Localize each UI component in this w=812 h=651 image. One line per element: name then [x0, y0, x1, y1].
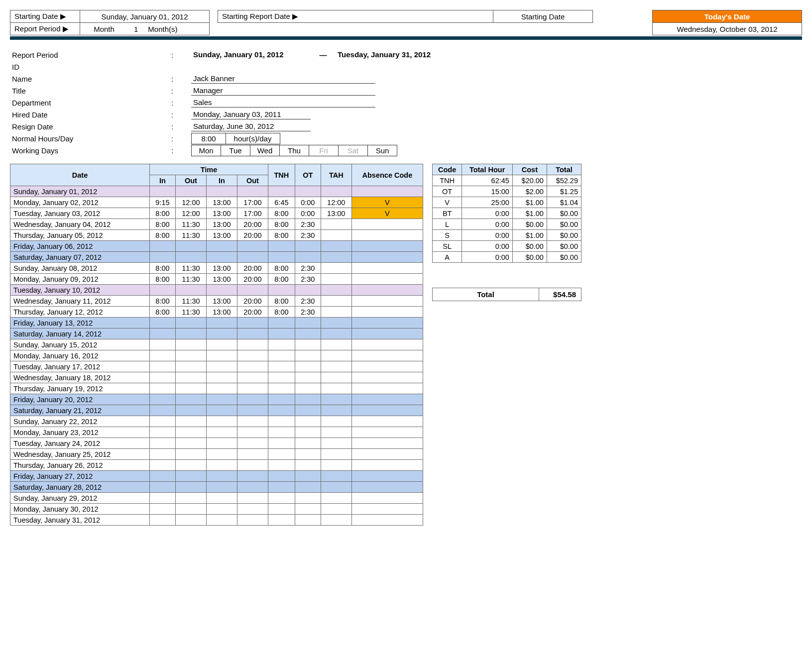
out2-cell[interactable]: 20:00: [237, 219, 268, 230]
date-cell[interactable]: Sunday, January 29, 2012: [10, 493, 150, 504]
tah-cell[interactable]: [321, 427, 351, 438]
date-cell[interactable]: Wednesday, January 04, 2012: [10, 219, 150, 230]
date-cell[interactable]: Sunday, January 22, 2012: [10, 416, 150, 427]
date-cell[interactable]: Saturday, January 28, 2012: [10, 482, 150, 493]
in2-cell[interactable]: [206, 515, 237, 526]
in2-cell[interactable]: [206, 241, 237, 252]
out1-cell[interactable]: 11:30: [175, 296, 206, 307]
tnh-cell[interactable]: 8:00: [268, 230, 295, 241]
out2-cell[interactable]: 20:00: [237, 296, 268, 307]
ot-cell[interactable]: [295, 471, 321, 482]
starting-report-value[interactable]: Starting Date: [493, 10, 593, 23]
in1-cell[interactable]: 8:00: [150, 263, 176, 274]
ot-cell[interactable]: [295, 186, 321, 197]
in2-cell[interactable]: [206, 493, 237, 504]
day-mon[interactable]: Mon: [191, 145, 221, 156]
tnh-cell[interactable]: 8:00: [268, 296, 295, 307]
out1-cell[interactable]: [175, 372, 206, 383]
ot-cell[interactable]: [295, 394, 321, 405]
out1-cell[interactable]: [175, 186, 206, 197]
tah-cell[interactable]: [321, 416, 351, 427]
in2-cell[interactable]: [206, 405, 237, 416]
out2-cell[interactable]: [237, 438, 268, 449]
out1-cell[interactable]: 12:00: [175, 197, 206, 208]
in1-cell[interactable]: 8:00: [150, 296, 176, 307]
ac-cell[interactable]: [351, 493, 423, 504]
ot-cell[interactable]: 2:30: [295, 219, 321, 230]
tah-cell[interactable]: [321, 230, 351, 241]
tah-cell[interactable]: [321, 394, 351, 405]
in1-cell[interactable]: [150, 383, 176, 394]
tnh-cell[interactable]: [268, 394, 295, 405]
tnh-cell[interactable]: [268, 241, 295, 252]
out2-cell[interactable]: 20:00: [237, 230, 268, 241]
ac-cell[interactable]: [351, 504, 423, 515]
out1-cell[interactable]: [175, 515, 206, 526]
out2-cell[interactable]: [237, 449, 268, 460]
in1-cell[interactable]: 8:00: [150, 307, 176, 318]
ac-cell[interactable]: [351, 307, 423, 318]
date-cell[interactable]: Tuesday, January 24, 2012: [10, 438, 150, 449]
ot-cell[interactable]: [295, 482, 321, 493]
ac-cell[interactable]: [351, 394, 423, 405]
out1-cell[interactable]: [175, 449, 206, 460]
tah-cell[interactable]: [321, 438, 351, 449]
out1-cell[interactable]: [175, 339, 206, 350]
title-value[interactable]: Manager: [191, 86, 375, 96]
out2-cell[interactable]: [237, 482, 268, 493]
tah-cell[interactable]: [321, 252, 351, 263]
out1-cell[interactable]: [175, 350, 206, 361]
ot-cell[interactable]: [295, 515, 321, 526]
out1-cell[interactable]: [175, 383, 206, 394]
in2-cell[interactable]: [206, 328, 237, 339]
tnh-cell[interactable]: [268, 328, 295, 339]
ot-cell[interactable]: [295, 350, 321, 361]
ac-cell[interactable]: [351, 339, 423, 350]
tnh-cell[interactable]: 8:00: [268, 219, 295, 230]
tah-cell[interactable]: [321, 493, 351, 504]
in2-cell[interactable]: [206, 252, 237, 263]
in1-cell[interactable]: [150, 372, 176, 383]
date-cell[interactable]: Thursday, January 19, 2012: [10, 383, 150, 394]
tnh-cell[interactable]: [268, 438, 295, 449]
out1-cell[interactable]: 12:00: [175, 208, 206, 219]
tnh-cell[interactable]: [268, 460, 295, 471]
out2-cell[interactable]: [237, 241, 268, 252]
tah-cell[interactable]: [321, 285, 351, 296]
tnh-cell[interactable]: 8:00: [268, 208, 295, 219]
date-cell[interactable]: Monday, January 30, 2012: [10, 504, 150, 515]
out2-cell[interactable]: [237, 471, 268, 482]
out2-cell[interactable]: [237, 405, 268, 416]
in1-cell[interactable]: 8:00: [150, 219, 176, 230]
out1-cell[interactable]: 11:30: [175, 307, 206, 318]
ac-cell[interactable]: [351, 296, 423, 307]
ot-cell[interactable]: [295, 449, 321, 460]
date-cell[interactable]: Saturday, January 07, 2012: [10, 252, 150, 263]
out2-cell[interactable]: [237, 383, 268, 394]
out2-cell[interactable]: [237, 460, 268, 471]
tnh-cell[interactable]: 6:45: [268, 197, 295, 208]
tah-cell[interactable]: 13:00: [321, 208, 351, 219]
date-cell[interactable]: Tuesday, January 10, 2012: [10, 285, 150, 296]
day-thu[interactable]: Thu: [279, 145, 309, 156]
in1-cell[interactable]: [150, 318, 176, 328]
in1-cell[interactable]: [150, 186, 176, 197]
tah-cell[interactable]: [321, 328, 351, 339]
day-fri[interactable]: Fri: [309, 145, 339, 156]
tah-cell[interactable]: [321, 383, 351, 394]
in1-cell[interactable]: [150, 328, 176, 339]
tnh-cell[interactable]: [268, 482, 295, 493]
ac-cell[interactable]: [351, 361, 423, 372]
out1-cell[interactable]: [175, 493, 206, 504]
tah-cell[interactable]: [321, 219, 351, 230]
in1-cell[interactable]: [150, 482, 176, 493]
ac-cell[interactable]: [351, 285, 423, 296]
out1-cell[interactable]: [175, 416, 206, 427]
tnh-cell[interactable]: [268, 361, 295, 372]
out2-cell[interactable]: [237, 318, 268, 328]
in2-cell[interactable]: [206, 361, 237, 372]
tnh-cell[interactable]: [268, 339, 295, 350]
ot-cell[interactable]: [295, 493, 321, 504]
in1-cell[interactable]: [150, 405, 176, 416]
out2-cell[interactable]: [237, 350, 268, 361]
